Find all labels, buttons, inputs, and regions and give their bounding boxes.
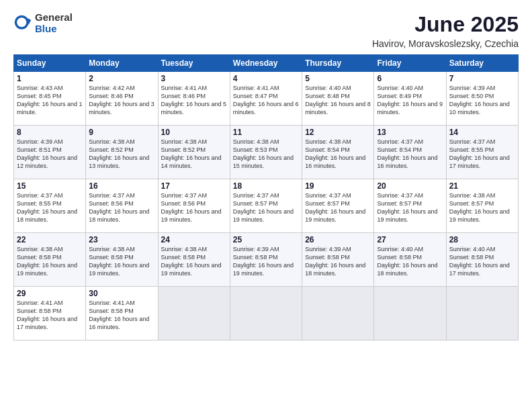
day-number: 17 (161, 181, 227, 191)
day-detail: Sunrise: 4:40 AMSunset: 8:58 PMDaylight:… (377, 245, 443, 278)
day-number: 30 (89, 289, 154, 298)
day-number: 22 (17, 235, 83, 244)
day-cell (230, 287, 302, 340)
day-cell: 11Sunrise: 4:38 AMSunset: 8:53 PMDayligh… (230, 126, 302, 179)
day-number: 7 (449, 74, 515, 83)
logo-blue: Blue (35, 24, 73, 35)
day-cell: 23Sunrise: 4:38 AMSunset: 8:58 PMDayligh… (86, 233, 158, 287)
day-number: 13 (377, 128, 443, 137)
day-detail: Sunrise: 4:42 AMSunset: 8:46 PMDaylight:… (89, 84, 154, 117)
day-detail: Sunrise: 4:37 AMSunset: 8:55 PMDaylight:… (17, 191, 83, 224)
day-cell (302, 287, 374, 340)
day-cell: 22Sunrise: 4:38 AMSunset: 8:58 PMDayligh… (14, 233, 86, 287)
day-number: 1 (17, 74, 83, 83)
day-number: 10 (161, 128, 227, 137)
day-cell: 1Sunrise: 4:43 AMSunset: 8:45 PMDaylight… (14, 72, 86, 126)
day-detail: Sunrise: 4:37 AMSunset: 8:56 PMDaylight:… (89, 191, 154, 224)
week-row-5: 29Sunrise: 4:41 AMSunset: 8:58 PMDayligh… (14, 287, 519, 340)
week-row-4: 22Sunrise: 4:38 AMSunset: 8:58 PMDayligh… (14, 233, 519, 287)
day-number: 15 (17, 181, 83, 191)
day-detail: Sunrise: 4:43 AMSunset: 8:45 PMDaylight:… (17, 84, 83, 117)
day-detail: Sunrise: 4:39 AMSunset: 8:50 PMDaylight:… (449, 84, 515, 117)
weekday-tuesday: Tuesday (158, 55, 230, 72)
day-cell: 4Sunrise: 4:41 AMSunset: 8:47 PMDaylight… (230, 72, 302, 126)
day-cell: 15Sunrise: 4:37 AMSunset: 8:55 PMDayligh… (14, 179, 86, 233)
day-detail: Sunrise: 4:37 AMSunset: 8:57 PMDaylight:… (305, 191, 371, 224)
day-number: 3 (161, 74, 227, 83)
day-detail: Sunrise: 4:38 AMSunset: 8:53 PMDaylight:… (233, 138, 299, 171)
day-number: 24 (161, 235, 227, 244)
day-detail: Sunrise: 4:38 AMSunset: 8:58 PMDaylight:… (161, 245, 227, 278)
day-cell: 28Sunrise: 4:40 AMSunset: 8:58 PMDayligh… (446, 233, 518, 287)
day-cell: 6Sunrise: 4:40 AMSunset: 8:49 PMDaylight… (374, 72, 446, 126)
day-number: 21 (449, 181, 515, 191)
day-detail: Sunrise: 4:37 AMSunset: 8:54 PMDaylight:… (377, 138, 443, 171)
day-number: 9 (89, 128, 154, 137)
weekday-monday: Monday (86, 55, 158, 72)
title-block: June 2025 Havirov, Moravskoslezsky, Czec… (372, 12, 519, 49)
day-detail: Sunrise: 4:37 AMSunset: 8:57 PMDaylight:… (233, 191, 299, 224)
day-cell: 3Sunrise: 4:41 AMSunset: 8:46 PMDaylight… (158, 72, 230, 126)
day-number: 27 (377, 235, 443, 244)
day-cell: 9Sunrise: 4:38 AMSunset: 8:52 PMDaylight… (86, 126, 158, 179)
day-number: 29 (17, 289, 83, 298)
weekday-wednesday: Wednesday (230, 55, 302, 72)
day-number: 11 (233, 128, 299, 137)
day-number: 16 (89, 181, 154, 191)
logo-icon (13, 14, 32, 33)
weekday-sunday: Sunday (14, 55, 86, 72)
day-cell: 25Sunrise: 4:39 AMSunset: 8:58 PMDayligh… (230, 233, 302, 287)
day-detail: Sunrise: 4:38 AMSunset: 8:52 PMDaylight:… (161, 138, 227, 171)
day-number: 5 (305, 74, 371, 83)
day-detail: Sunrise: 4:40 AMSunset: 8:58 PMDaylight:… (449, 245, 515, 278)
day-detail: Sunrise: 4:40 AMSunset: 8:49 PMDaylight:… (377, 84, 443, 117)
day-cell: 30Sunrise: 4:41 AMSunset: 8:58 PMDayligh… (86, 287, 158, 340)
calendar-page: General Blue June 2025 Havirov, Moravsko… (0, 0, 532, 411)
weekday-friday: Friday (374, 55, 446, 72)
day-number: 2 (89, 74, 154, 83)
day-number: 23 (89, 235, 154, 244)
week-row-1: 1Sunrise: 4:43 AMSunset: 8:45 PMDaylight… (14, 72, 519, 126)
day-number: 8 (17, 128, 83, 137)
week-row-2: 8Sunrise: 4:39 AMSunset: 8:51 PMDaylight… (14, 126, 519, 179)
day-number: 14 (449, 128, 515, 137)
day-cell: 12Sunrise: 4:38 AMSunset: 8:54 PMDayligh… (302, 126, 374, 179)
day-number: 6 (377, 74, 443, 83)
day-detail: Sunrise: 4:37 AMSunset: 8:56 PMDaylight:… (161, 191, 227, 224)
calendar-table: SundayMondayTuesdayWednesdayThursdayFrid… (13, 54, 519, 340)
day-cell: 26Sunrise: 4:39 AMSunset: 8:58 PMDayligh… (302, 233, 374, 287)
day-detail: Sunrise: 4:41 AMSunset: 8:47 PMDaylight:… (233, 84, 299, 117)
day-cell: 18Sunrise: 4:37 AMSunset: 8:57 PMDayligh… (230, 179, 302, 233)
day-cell: 2Sunrise: 4:42 AMSunset: 8:46 PMDaylight… (86, 72, 158, 126)
day-number: 28 (449, 235, 515, 244)
day-cell: 27Sunrise: 4:40 AMSunset: 8:58 PMDayligh… (374, 233, 446, 287)
day-detail: Sunrise: 4:38 AMSunset: 8:58 PMDaylight:… (89, 245, 154, 278)
day-detail: Sunrise: 4:37 AMSunset: 8:55 PMDaylight:… (449, 138, 515, 171)
title-month: June 2025 (372, 12, 519, 37)
day-cell (374, 287, 446, 340)
day-detail: Sunrise: 4:38 AMSunset: 8:52 PMDaylight:… (89, 138, 154, 171)
day-cell: 14Sunrise: 4:37 AMSunset: 8:55 PMDayligh… (446, 126, 518, 179)
day-detail: Sunrise: 4:38 AMSunset: 8:54 PMDaylight:… (305, 138, 371, 171)
day-cell: 7Sunrise: 4:39 AMSunset: 8:50 PMDaylight… (446, 72, 518, 126)
day-number: 19 (305, 181, 371, 191)
day-detail: Sunrise: 4:41 AMSunset: 8:58 PMDaylight:… (17, 299, 83, 332)
day-cell: 20Sunrise: 4:37 AMSunset: 8:57 PMDayligh… (374, 179, 446, 233)
weekday-header-row: SundayMondayTuesdayWednesdayThursdayFrid… (14, 55, 519, 72)
day-cell: 29Sunrise: 4:41 AMSunset: 8:58 PMDayligh… (14, 287, 86, 340)
day-cell: 21Sunrise: 4:38 AMSunset: 8:57 PMDayligh… (446, 179, 518, 233)
day-detail: Sunrise: 4:37 AMSunset: 8:57 PMDaylight:… (377, 191, 443, 224)
day-detail: Sunrise: 4:40 AMSunset: 8:48 PMDaylight:… (305, 84, 371, 117)
day-cell (446, 287, 518, 340)
day-number: 4 (233, 74, 299, 83)
day-detail: Sunrise: 4:41 AMSunset: 8:58 PMDaylight:… (89, 299, 154, 332)
title-location: Havirov, Moravskoslezsky, Czechia (372, 38, 519, 49)
weekday-thursday: Thursday (302, 55, 374, 72)
svg-point-1 (17, 17, 26, 27)
day-detail: Sunrise: 4:39 AMSunset: 8:58 PMDaylight:… (305, 245, 371, 278)
day-cell: 17Sunrise: 4:37 AMSunset: 8:56 PMDayligh… (158, 179, 230, 233)
day-cell: 13Sunrise: 4:37 AMSunset: 8:54 PMDayligh… (374, 126, 446, 179)
day-number: 20 (377, 181, 443, 191)
day-cell: 10Sunrise: 4:38 AMSunset: 8:52 PMDayligh… (158, 126, 230, 179)
day-detail: Sunrise: 4:38 AMSunset: 8:57 PMDaylight:… (449, 191, 515, 224)
